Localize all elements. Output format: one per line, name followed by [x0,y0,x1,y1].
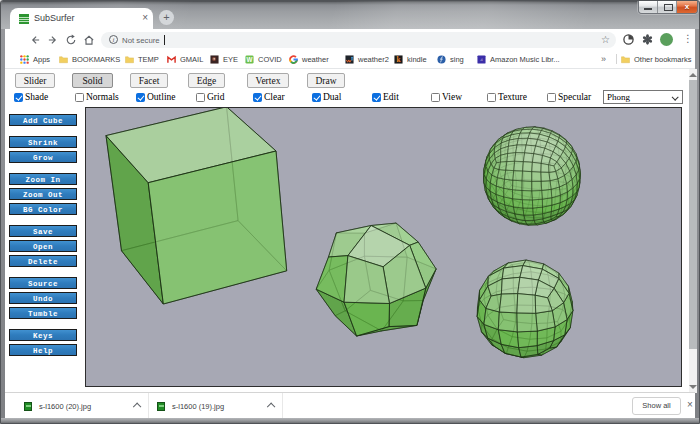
sidebar-button-grow[interactable]: Grow [9,151,77,163]
page-scrollbar[interactable] [689,69,697,393]
select-chevron-icon [672,94,679,101]
toggle-label: View [442,92,462,102]
toggle-specular[interactable]: Specular [547,92,591,102]
download-item[interactable]: s-l1600 (20).jpg [15,393,149,419]
shade-checkbox[interactable] [14,93,23,102]
dual-checkbox[interactable] [312,93,321,102]
toggle-label: Specular [558,92,591,102]
toggle-label: Outline [147,92,176,102]
window-bottom-frame [1,418,699,423]
toggle-label: Grid [207,92,224,102]
scroll-up-icon[interactable] [689,73,697,77]
subsurfer-page: SliderSolidFacetEdgeVertexDraw ShadeNorm… [1,1,699,423]
toggle-label: Edit [383,92,399,102]
download-chevron-icon[interactable] [266,403,274,411]
downloads-bar: s-l1600 (20).jpgs-l1600 (19).jpg Show al… [5,392,695,419]
shape-cube [106,108,287,304]
specular-checkbox[interactable] [547,93,556,102]
download-item[interactable]: s-l1600 (19).jpg [148,393,283,419]
toggle-view[interactable]: View [431,92,462,102]
mode-button-vertex[interactable]: Vertex [247,73,289,88]
sidebar-button-source[interactable]: Source [9,277,77,289]
outline-checkbox[interactable] [136,93,145,102]
mode-button-slider[interactable]: Slider [15,73,55,88]
toggle-label: Clear [264,92,285,102]
toggle-dual[interactable]: Dual [312,92,341,102]
scene-svg [86,108,681,386]
toggle-label: Texture [498,92,527,102]
sidebar-button-zoom-in[interactable]: Zoom In [9,173,77,185]
view-checkbox[interactable] [431,93,440,102]
toggle-label: Dual [323,92,341,102]
shape-sphere-fine [484,127,581,225]
download-filename: s-l1600 (19).jpg [172,402,224,411]
edit-checkbox[interactable] [372,93,381,102]
scrollbar-thumb[interactable] [689,80,697,349]
toggle-grid[interactable]: Grid [196,92,224,102]
toggle-outline[interactable]: Outline [136,92,176,102]
toggle-label: Shade [25,92,48,102]
toggle-shade[interactable]: Shade [14,92,48,102]
downloads-close-icon[interactable]: × [687,399,693,410]
sidebar-button-bg-color[interactable]: BG Color [9,203,77,215]
normals-checkbox[interactable] [75,93,84,102]
shape-sphere-coarse [477,260,573,358]
sidebar-button-open[interactable]: Open [9,240,77,252]
toggle-label: Normals [86,92,119,102]
sidebar-button-zoom-out[interactable]: Zoom Out [9,188,77,200]
sidebar-button-save[interactable]: Save [9,225,77,237]
download-filename: s-l1600 (20).jpg [39,402,91,411]
grid-checkbox[interactable] [196,93,205,102]
mode-button-draw[interactable]: Draw [307,73,345,88]
sidebar-button-delete[interactable]: Delete [9,255,77,267]
scroll-down-icon[interactable] [689,385,697,389]
render-canvas[interactable] [85,107,682,387]
shading-select[interactable]: Phong [603,90,683,104]
sidebar-button-help[interactable]: Help [9,344,77,356]
show-all-downloads-button[interactable]: Show all [632,397,681,415]
toggle-clear[interactable]: Clear [253,92,285,102]
clear-checkbox[interactable] [253,93,262,102]
image-file-icon [157,402,165,411]
sidebar-button-undo[interactable]: Undo [9,292,77,304]
download-chevron-icon[interactable] [132,403,140,411]
browser-window: SubSurfer × + x i Not secure ☆ [0,0,700,424]
toggle-edit[interactable]: Edit [372,92,399,102]
image-file-icon [24,402,32,411]
sidebar-button-keys[interactable]: Keys [9,329,77,341]
toggle-texture[interactable]: Texture [487,92,527,102]
shape-subdivided-cube [316,223,436,336]
toggle-normals[interactable]: Normals [75,92,119,102]
sidebar-button-add-cube[interactable]: Add Cube [9,114,77,126]
mode-button-facet[interactable]: Facet [130,73,168,88]
mode-button-edge[interactable]: Edge [188,73,225,88]
sidebar-button-shrink[interactable]: Shrink [9,136,77,148]
texture-checkbox[interactable] [487,93,496,102]
mode-button-solid[interactable]: Solid [72,73,113,88]
sidebar-button-tumble[interactable]: Tumble [9,307,77,319]
